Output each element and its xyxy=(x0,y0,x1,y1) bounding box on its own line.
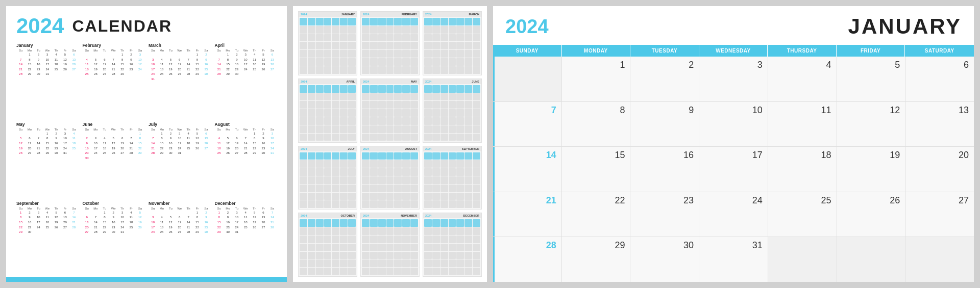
day-cell: 5 xyxy=(193,132,202,137)
day-label: Th xyxy=(184,49,192,52)
day-cell xyxy=(268,72,277,77)
mini-cell xyxy=(300,227,307,235)
mini-cell xyxy=(370,58,378,66)
day-cell: 18 xyxy=(127,220,135,225)
mini-month-label: AUGUST xyxy=(405,147,417,150)
mini-cell xyxy=(300,259,307,267)
mini-month-label: MARCH xyxy=(469,13,479,16)
month-name: January xyxy=(16,43,79,48)
day-label: Mo xyxy=(25,207,34,210)
mini-cell xyxy=(378,101,386,109)
day-cell: 20 xyxy=(25,146,34,151)
day-cell: 25 xyxy=(127,225,135,230)
single-day-cell: 23 xyxy=(630,192,699,237)
mini-cell xyxy=(456,34,464,42)
mini-cell xyxy=(362,259,370,267)
day-label: Sa xyxy=(69,128,78,131)
day-cell: 19 xyxy=(61,62,69,67)
mini-cell xyxy=(402,227,410,235)
mini-cell xyxy=(300,193,307,200)
day-cell: 1 xyxy=(193,53,202,58)
mini-cell xyxy=(324,219,332,227)
day-cell: 14 xyxy=(69,215,78,220)
single-day-cell: 15 xyxy=(562,147,630,192)
day-cell: 10 xyxy=(136,58,144,63)
day-cell xyxy=(118,156,127,161)
mini-cell xyxy=(300,18,307,25)
mini-cell xyxy=(394,85,402,93)
day-cell: 23 xyxy=(202,67,210,72)
mini-cell xyxy=(362,66,370,74)
day-cell xyxy=(224,132,232,137)
day-cell xyxy=(118,132,127,137)
mini-year-tag: 2024 xyxy=(425,147,431,150)
day-label: We xyxy=(241,49,250,52)
day-label: Th xyxy=(52,207,60,210)
day-cell: 25 xyxy=(184,146,192,151)
mini-cell xyxy=(449,200,456,208)
mini-cell xyxy=(473,152,480,160)
day-cell: 4 xyxy=(52,53,60,58)
mini-year-tag: 2024 xyxy=(363,214,369,217)
mini-cell xyxy=(308,176,315,184)
mini-cell xyxy=(378,134,386,141)
mini-cell xyxy=(402,93,410,101)
mini-cell xyxy=(440,160,448,168)
mini-month-body xyxy=(423,218,481,276)
day-cell: 20 xyxy=(232,146,241,151)
day-cell: 17 xyxy=(241,62,250,67)
single-day-cell: 18 xyxy=(768,147,837,192)
mini-cell xyxy=(370,193,378,200)
mini-cell xyxy=(324,58,332,66)
mini-cell xyxy=(456,252,464,259)
day-cell: 23 xyxy=(202,225,210,230)
day-cell: 16 xyxy=(202,62,210,67)
mini-cell xyxy=(378,168,386,176)
mini-month-body xyxy=(361,151,419,210)
mini-cell xyxy=(410,125,418,133)
month-name: April xyxy=(215,43,277,48)
mini-cell xyxy=(370,18,378,25)
mini-cell xyxy=(340,34,348,42)
mini-year-tag: 2024 xyxy=(425,214,431,217)
mini-cell xyxy=(432,42,440,49)
day-cell: 24 xyxy=(91,151,100,156)
mini-cell xyxy=(362,125,370,133)
day-cell: 7 xyxy=(69,211,78,216)
mini-cell xyxy=(440,58,448,66)
day-cell: 24 xyxy=(149,72,157,77)
mini-cell xyxy=(324,26,332,34)
mini-cell xyxy=(316,117,324,125)
mini-cell xyxy=(308,34,315,42)
day-label: Mo xyxy=(91,207,100,210)
day-cell: 4 xyxy=(127,211,135,216)
mini-cell xyxy=(370,152,378,160)
mini-cell xyxy=(424,244,432,251)
single-day-cell: 19 xyxy=(837,147,905,192)
mini-cell xyxy=(402,18,410,25)
day-cell: 11 xyxy=(83,62,91,67)
mini-cell xyxy=(402,26,410,34)
day-cell: 8 xyxy=(118,58,127,63)
mini-cell xyxy=(340,268,348,275)
mini-cell xyxy=(348,259,356,267)
mini-cell xyxy=(316,160,324,168)
day-cell: 28 xyxy=(69,225,78,230)
day-label: Th xyxy=(184,207,192,210)
mini-month-header: 2024DECEMBER xyxy=(423,213,481,218)
day-cell: 25 xyxy=(100,151,109,156)
day-cell: 19 xyxy=(166,67,175,72)
mini-cell xyxy=(449,152,456,160)
mini-cell xyxy=(456,176,464,184)
mini-cell xyxy=(456,117,464,125)
mini-cell xyxy=(473,125,480,133)
day-label: Fr xyxy=(259,128,267,131)
mini-cell xyxy=(324,252,332,259)
day-cell: 6 xyxy=(175,215,184,220)
mini-cell xyxy=(464,66,472,74)
day-cell: 24 xyxy=(149,230,157,235)
day-cell: 12 xyxy=(91,62,100,67)
mini-cell xyxy=(386,18,394,25)
mini-cell xyxy=(348,125,356,133)
mini-month-header: 2024MAY xyxy=(361,79,419,84)
